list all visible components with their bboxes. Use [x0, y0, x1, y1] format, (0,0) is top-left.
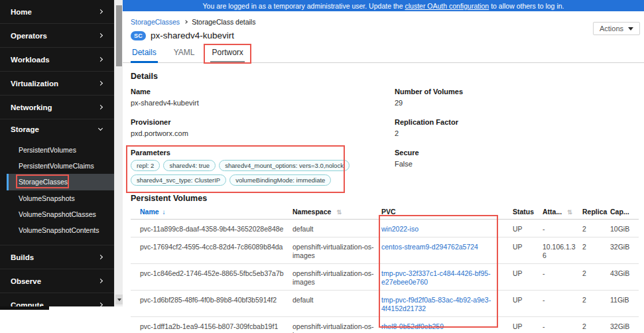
persistent-volumes-table: Name↓ Namespace⇅ PVC Status [131, 205, 639, 333]
sidebar-item-home[interactable]: Home [0, 0, 114, 23]
column-header-attached[interactable]: Atta...⇅ [543, 205, 582, 220]
sidebar-item-observe[interactable]: Observe [0, 269, 114, 293]
pvc-link[interactable]: tmp-pvc-32f337c1-c484-4426-bf95-e27ebee0… [381, 269, 491, 286]
sidebar-item-operators[interactable]: Operators [0, 24, 114, 47]
sidebar-item-volumesnapshotclasses[interactable]: VolumeSnapshotClasses [0, 206, 114, 222]
tab-bar: Details YAML Portworx [123, 46, 644, 63]
field-provisioner-label: Provisioner [131, 118, 395, 126]
scrollbar-down-button[interactable] [115, 295, 123, 304]
pv-pvc-cell: tmp-pvc-f9d2f0a5-83ac-4b92-a9e3-4f4152d2… [381, 291, 513, 317]
pv-namespace-cell: default [292, 220, 381, 237]
banner-text-before: You are logged in as a temporary adminis… [203, 2, 403, 10]
field-secure-label: Secure [395, 149, 639, 157]
pv-name-cell: pvc-17694cf2-4595-4cc8-82d4-7c86089b84da [131, 237, 292, 264]
field-number-of-volumes-value: 29 [395, 99, 639, 107]
pv-namespace-cell: openshift-virtualization-os-images [292, 317, 381, 333]
sidebar-item-storageclasses[interactable]: StorageClasses [7, 174, 114, 190]
column-header-status[interactable]: Status [513, 205, 543, 220]
scrollbar-thumb[interactable] [116, 5, 122, 66]
sidebar: Home Operators Workloads Virtualization [0, 0, 114, 306]
page-title: px-sharedv4-kubevirt [151, 31, 234, 40]
pv-status-cell: UP [513, 220, 543, 237]
sidebar-item-persistentvolumeclaims[interactable]: PersistentVolumeClaims [0, 158, 114, 174]
pv-capacity-cell: 43GiB [610, 264, 639, 291]
sidebar-item-compute[interactable]: Compute [0, 293, 114, 316]
pv-replica-cell: 2 [582, 264, 610, 291]
column-header-capacity[interactable]: Cap... [610, 205, 639, 220]
field-name-value: px-sharedv4-kubevirt [131, 99, 395, 107]
tab-yaml[interactable]: YAML [172, 46, 196, 63]
details-fields: Name px-sharedv4-kubevirt Number of Volu… [131, 88, 639, 186]
pv-attached-cell: - [543, 264, 582, 291]
parameter-chip: sharedv4_mount_options: vers=3.0,nolock [219, 160, 350, 171]
pv-pvc-cell: tmp-pvc-32f337c1-c484-4426-bf95-e27ebee0… [381, 264, 513, 291]
table-row: pvc-1d6bf285-48f6-4f0b-89b8-40bf3b5914f2… [131, 291, 639, 317]
sort-icon: ⇅ [336, 209, 342, 216]
storageclass-badge: SC [131, 31, 146, 40]
sidebar-scrollbar[interactable] [114, 0, 123, 306]
chevron-right-icon [98, 302, 103, 307]
pv-name-cell: pvc-1dff1a2b-1ea9-4156-b807-309fcbab19f1 [131, 317, 292, 333]
sidebar-item-workloads[interactable]: Workloads [0, 48, 114, 71]
pvc-link[interactable]: tmp-pvc-f9d2f0a5-83ac-4b92-a9e3-4f4152d2… [381, 296, 491, 312]
pv-pvc-cell: centos-stream9-d294762a5724 [381, 237, 513, 264]
pv-attached-cell: - [543, 317, 582, 333]
actions-button[interactable]: Actions [593, 22, 640, 35]
pv-status-cell: UP [513, 317, 543, 333]
field-parameters: Parameters repl: 2 sharedv4: true shared… [131, 149, 395, 186]
sidebar-item-label: Virtualization [11, 80, 58, 88]
column-header-pvc[interactable]: PVC [381, 205, 513, 220]
field-replication-factor: Replication Factor 2 [395, 118, 639, 137]
chevron-right-icon [98, 33, 103, 38]
pv-namespace-cell: default [292, 291, 381, 317]
sidebar-item-networking[interactable]: Networking [0, 96, 114, 119]
breadcrumb-storageclasses-link[interactable]: StorageClasses [131, 18, 180, 26]
breadcrumb: StorageClasses StorageClass details [131, 18, 636, 26]
storage-subnav: PersistentVolumes PersistentVolumeClaims… [0, 139, 114, 245]
oauth-configuration-link[interactable]: cluster OAuth configuration [405, 2, 489, 10]
pv-name-cell: pvc-1c846ed2-1746-452e-8865-5fbc5eb37a7b [131, 264, 292, 291]
pv-namespace-cell: openshift-virtualization-os-images [292, 237, 381, 264]
parameter-chip: sharedv4_svc_type: ClusterIP [131, 174, 226, 186]
sidebar-item-label: Observe [11, 277, 41, 285]
pv-capacity-cell: 11GiB [610, 291, 639, 317]
persistent-volumes-heading: Persistent Volumes [131, 194, 639, 203]
sidebar-item-label: Builds [11, 253, 34, 261]
column-header-capacity-label: Cap... [610, 208, 629, 216]
sidebar-item-volumesnapshots[interactable]: VolumeSnapshots [0, 190, 114, 206]
page-header: StorageClasses StorageClass details Acti… [123, 11, 644, 40]
pv-attached-cell: 10.106.1.36 [543, 237, 582, 264]
tab-details[interactable]: Details [131, 46, 158, 63]
sidebar-item-virtualization[interactable]: Virtualization [0, 72, 114, 95]
field-parameters-label: Parameters [131, 149, 395, 157]
sidebar-item-builds[interactable]: Builds [0, 245, 114, 269]
sidebar-item-persistentvolumes[interactable]: PersistentVolumes [0, 142, 114, 158]
chevron-right-icon [98, 279, 103, 283]
title-row: SC px-sharedv4-kubevirt [131, 31, 636, 40]
chevron-down-icon [98, 126, 103, 131]
column-header-attached-label: Atta... [543, 208, 562, 216]
column-header-replica[interactable]: Replica [582, 205, 610, 220]
sidebar-item-label: Networking [11, 103, 52, 111]
parameter-chips: repl: 2 sharedv4: true sharedv4_mount_op… [131, 160, 356, 186]
persistent-volumes-table-wrap: Name↓ Namespace⇅ PVC Status [131, 205, 639, 333]
chevron-right-icon [98, 255, 103, 259]
sidebar-item-storage[interactable]: Storage [0, 119, 114, 139]
pvc-link[interactable]: centos-stream9-d294762a5724 [381, 243, 478, 251]
table-row: pvc-17694cf2-4595-4cc8-82d4-7c86089b84da… [131, 237, 639, 264]
column-header-namespace[interactable]: Namespace⇅ [292, 205, 381, 220]
sidebar-cutoff-stub [0, 306, 49, 310]
details-section-heading: Details [131, 72, 639, 81]
pv-replica-cell: 2 [582, 220, 610, 237]
column-header-name[interactable]: Name↓ [131, 205, 292, 220]
tab-portworx-label: Portworx [212, 48, 243, 57]
column-header-pvc-label: PVC [381, 208, 396, 216]
sidebar-item-label: Storage [11, 125, 39, 133]
pvc-link[interactable]: rhel8-0b52df0eb259 [381, 322, 444, 330]
field-provisioner: Provisioner pxd.portworx.com [131, 118, 395, 137]
sidebar-item-volumesnapshotcontents[interactable]: VolumeSnapshotContents [0, 222, 114, 238]
tab-portworx[interactable]: Portworx [210, 46, 244, 63]
main-area: You are logged in as a temporary adminis… [123, 0, 644, 333]
chevron-right-icon [98, 81, 103, 86]
pvc-link[interactable]: win2022-iso [381, 225, 419, 233]
